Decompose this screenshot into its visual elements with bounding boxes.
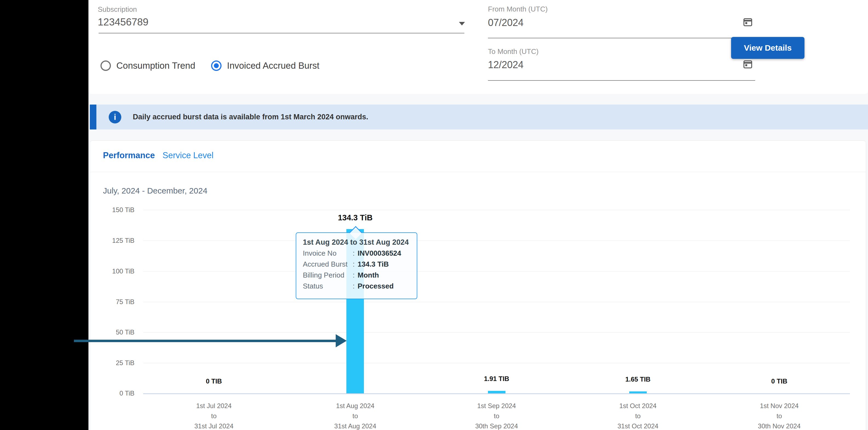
banner-text: Daily accrued burst data is available fr… (133, 105, 368, 129)
tooltip-row-value: Processed (358, 280, 417, 292)
bar-value-label: 134.3 TiB (311, 213, 399, 222)
dropdown-arrow-icon[interactable] (459, 22, 465, 26)
bar-2[interactable] (488, 391, 505, 393)
gridline-150 (143, 210, 850, 210)
tooltip-row-value: 134.3 TiB (358, 259, 417, 270)
plot-area: 0 TIB1st Jul 2024to31st Jul 2024134.3 Ti… (90, 141, 866, 430)
view-details-button[interactable]: View Details (731, 37, 804, 59)
x-axis-label: 1st Oct 2024to31st Oct 2024 (594, 401, 682, 430)
x-axis-label: 1st Sep 2024to30th Sep 2024 (453, 401, 540, 430)
bar-value-label: 0 TIB (170, 377, 258, 385)
tooltip-row-label: Billing Period (303, 270, 353, 280)
tooltip-title: 1st Aug 2024 to 31st Aug 2024 (303, 237, 417, 248)
x-axis-label: 1st Jul 2024to31st Jul 2024 (170, 401, 258, 430)
tooltip-row-label: Status (303, 280, 353, 292)
calendar-icon[interactable] (742, 16, 753, 29)
annotation-arrow-head-icon (336, 334, 347, 348)
info-banner: i Daily accrued burst data is available … (90, 105, 868, 129)
radio-invoiced-accrued-burst[interactable] (211, 61, 221, 71)
tooltip-row-value: INV00036524 (358, 248, 417, 259)
banner-accent-bar (90, 105, 96, 129)
subscription-select[interactable] (99, 33, 464, 33)
calendar-icon[interactable] (742, 59, 753, 71)
gridline-25 (143, 363, 850, 363)
x-axis-line (143, 393, 850, 394)
radio-consumption-trend-label[interactable]: Consumption Trend (116, 61, 195, 71)
from-month-underline (488, 38, 755, 38)
radio-consumption-trend[interactable] (100, 61, 111, 71)
from-month-label: From Month (UTC) (488, 5, 548, 13)
radio-invoiced-accrued-burst-label[interactable]: Invoiced Accrued Burst (227, 61, 319, 71)
gridline-50 (143, 332, 850, 333)
bar-value-label: 1.65 TIB (594, 375, 682, 383)
filter-panel: Subscription 123456789 Consumption Trend… (88, 0, 868, 94)
subscription-value: 123456789 (98, 16, 148, 28)
tooltip-row-value: Month (358, 270, 417, 280)
chart-type-radio-group: Consumption Trend Invoiced Accrued Burst (100, 59, 319, 72)
x-axis-label: 1st Aug 2024to31st Aug 2024 (311, 401, 399, 430)
bar-tooltip: 1st Aug 2024 to 31st Aug 2024 Invoice No… (296, 232, 417, 299)
bar-3[interactable] (629, 391, 647, 393)
subscription-label: Subscription (98, 5, 137, 14)
bar-value-label: 1.91 TIB (453, 375, 540, 383)
left-black-panel (0, 0, 88, 430)
to-month-input[interactable]: 12/2024 (488, 59, 524, 71)
x-axis-label: 1st Nov 2024to30th Nov 2024 (736, 401, 823, 430)
to-month-label: To Month (UTC) (488, 47, 538, 56)
bar-value-label: 0 TIB (736, 377, 823, 385)
tooltip-row-label: Accrued Burst (303, 259, 353, 270)
chart-card: Performance Service Level July, 2024 - D… (90, 140, 866, 430)
info-icon: i (109, 111, 121, 124)
tooltip-row-label: Invoice No (303, 248, 353, 259)
to-month-underline (488, 80, 755, 81)
from-month-input[interactable]: 07/2024 (488, 17, 524, 29)
annotation-arrow-line (74, 340, 336, 342)
